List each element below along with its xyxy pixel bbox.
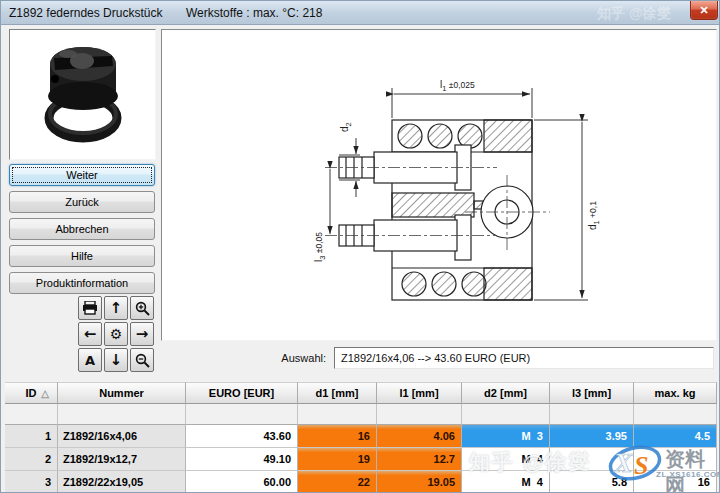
filter-d2 xyxy=(462,404,550,425)
cell-l1: 12.7 xyxy=(377,448,462,471)
header-maxkg[interactable]: max. kg xyxy=(634,382,717,404)
table-row[interactable]: 1 Z1892/16x4,06 43.60 16 4.06 M 3 3.95 4… xyxy=(5,425,717,448)
cell-nummer: Z1892/19x12,7 xyxy=(58,448,186,471)
technical-drawing: l1 ±0,025 d2 l3 ±0,05 d1 +0,1 xyxy=(161,29,717,341)
titlebar: Z1892 federndes Druckstück Werkstoffe : … xyxy=(1,1,720,25)
cell-l1: 4.06 xyxy=(377,425,462,448)
header-l1[interactable]: l1 [mm] xyxy=(377,382,462,404)
filter-l1-cell: * ▼ xyxy=(377,404,462,425)
close-button[interactable]: ✕ xyxy=(690,1,718,20)
abbrechen-button[interactable]: Abbrechen xyxy=(9,218,155,240)
cell-d2: M 3 xyxy=(462,425,550,448)
filter-id xyxy=(5,404,58,425)
gear-icon: ⚙ xyxy=(110,326,123,342)
dim-l1-label: l1 ±0,025 xyxy=(440,79,475,93)
cell-euro: 49.10 xyxy=(186,448,298,471)
cell-nummer: Z1892/22x19,05 xyxy=(58,471,186,493)
print-icon xyxy=(82,301,98,315)
zoom-in-button[interactable] xyxy=(130,296,154,320)
table-filter-row: * ▼ * ▼ xyxy=(5,404,717,425)
pan-down-button[interactable]: ↓ xyxy=(104,348,128,372)
cell-maxkg: 4.5 xyxy=(634,425,717,448)
produktinformation-button[interactable]: Produktinformation xyxy=(9,272,155,294)
header-d2[interactable]: d2 [mm] xyxy=(462,382,550,404)
header-l3[interactable]: l3 [mm] xyxy=(550,382,634,404)
table-row[interactable]: 2 Z1892/19x12,7 49.10 19 12.7 M 4 xyxy=(5,448,717,471)
header-id[interactable]: ID△ xyxy=(5,382,58,404)
dialog-window: Z1892 federndes Druckstück Werkstoffe : … xyxy=(0,0,720,493)
zurueck-button[interactable]: Zurück xyxy=(9,191,155,213)
header-euro[interactable]: EURO [EUR] xyxy=(186,382,298,404)
zoom-in-icon xyxy=(135,301,150,316)
cell-maxkg: 16 xyxy=(634,471,717,493)
fit-view-button[interactable]: ⚙ xyxy=(104,322,128,346)
print-button[interactable] xyxy=(78,296,102,320)
weiter-button[interactable]: Weiter xyxy=(9,164,155,186)
cell-euro: 60.00 xyxy=(186,471,298,493)
arrow-right-icon: → xyxy=(136,325,149,343)
window-subtitle: Werkstoffe : max. °C: 218 xyxy=(186,6,322,20)
technical-drawing-svg: l1 ±0,025 d2 l3 ±0,05 d1 +0,1 xyxy=(162,30,716,340)
filter-l3 xyxy=(550,404,634,425)
sort-asc-icon: △ xyxy=(41,383,49,404)
table-row[interactable]: 3 Z1892/22x19,05 60.00 22 19.05 M 4 5.8 … xyxy=(5,471,717,493)
zoom-out-icon xyxy=(135,353,150,368)
hilfe-button[interactable]: Hilfe xyxy=(9,245,155,267)
pan-right-button[interactable]: → xyxy=(130,322,154,346)
watermark-top: 知乎 @徐燮 xyxy=(597,5,671,23)
arrow-down-icon: ↓ xyxy=(110,351,123,369)
view-toolbar: ↑ ← ⚙ → A ↓ xyxy=(78,296,158,376)
pan-up-button[interactable]: ↑ xyxy=(104,296,128,320)
window-title: Z1892 federndes Druckstück xyxy=(9,6,162,20)
cell-l3: 3.95 xyxy=(550,425,634,448)
cell-d1: 16 xyxy=(298,425,377,448)
cell-id: 2 xyxy=(5,448,58,471)
cell-nummer: Z1892/16x4,06 xyxy=(58,425,186,448)
zoom-out-button[interactable] xyxy=(130,348,154,372)
table-header-row: ID△ Nummer EURO [EUR] d1 [mm] l1 [mm] d2… xyxy=(5,382,717,404)
text-mode-button[interactable]: A xyxy=(78,348,102,372)
cell-maxkg xyxy=(634,448,717,471)
filter-nummer xyxy=(58,404,186,425)
product-photo xyxy=(9,29,156,160)
dim-d2-label: d2 xyxy=(339,122,353,132)
header-nummer[interactable]: Nummer xyxy=(58,382,186,404)
cell-l3: 5.8 xyxy=(550,471,634,493)
cell-l3 xyxy=(550,448,634,471)
filter-euro xyxy=(186,404,298,425)
dim-l3-label: l3 ±0,05 xyxy=(313,232,327,262)
cell-id: 1 xyxy=(5,425,58,448)
cell-euro: 43.60 xyxy=(186,425,298,448)
selection-label: Auswahl: xyxy=(166,352,326,364)
product-photo-image xyxy=(10,30,155,159)
selection-field[interactable]: Z1892/16x4,06 --> 43.60 EURO (EUR) xyxy=(334,347,714,369)
header-d1[interactable]: d1 [mm] xyxy=(298,382,377,404)
arrow-left-icon: ← xyxy=(84,325,97,343)
cell-d2: M 4 xyxy=(462,471,550,493)
parts-table: ID△ Nummer EURO [EUR] d1 [mm] l1 [mm] d2… xyxy=(5,382,717,493)
cell-d1: 19 xyxy=(298,448,377,471)
letter-a-icon: A xyxy=(85,353,95,368)
cell-id: 3 xyxy=(5,471,58,493)
cell-d1: 22 xyxy=(298,471,377,493)
arrow-up-icon: ↑ xyxy=(110,299,123,317)
filter-maxkg xyxy=(634,404,717,425)
cell-l1: 19.05 xyxy=(377,471,462,493)
cell-d2: M 4 xyxy=(462,448,550,471)
filter-d1-cell: * ▼ xyxy=(298,404,377,425)
dim-d1-label: d1 +0,1 xyxy=(587,201,601,230)
pan-left-button[interactable]: ← xyxy=(78,322,102,346)
